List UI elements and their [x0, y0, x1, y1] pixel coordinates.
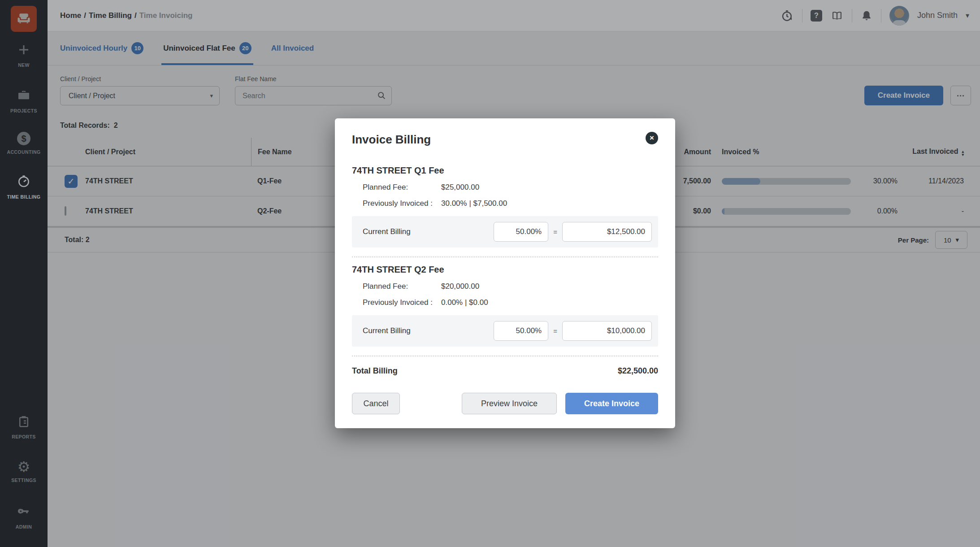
planned-fee-value: $25,000.00 — [441, 183, 479, 192]
planned-fee-row: Planned Fee: $25,000.00 — [363, 183, 658, 192]
current-billing-row: Current Billing = — [352, 315, 658, 347]
planned-fee-label: Planned Fee: — [363, 282, 441, 291]
planned-fee-value: $20,000.00 — [441, 282, 479, 291]
preview-invoice-button[interactable]: Preview Invoice — [462, 393, 557, 414]
planned-fee-row: Planned Fee: $20,000.00 — [363, 282, 658, 291]
fee-section-heading: 74TH STREET Q1 Fee — [352, 165, 658, 176]
current-billing-row: Current Billing = — [352, 216, 658, 247]
previously-invoiced-row: Previously Invoiced : 0.00% | $0.00 — [363, 298, 658, 307]
previously-invoiced-row: Previously Invoiced : 30.00% | $7,500.00 — [363, 199, 658, 208]
total-billing-value: $22,500.00 — [618, 366, 658, 376]
total-billing-label: Total Billing — [352, 366, 398, 376]
previously-invoiced-value: 30.00% | $7,500.00 — [441, 199, 507, 208]
invoice-billing-modal: Invoice Billing × 74TH STREET Q1 Fee Pla… — [335, 118, 675, 428]
divider — [352, 356, 658, 356]
current-billing-label: Current Billing — [363, 227, 494, 236]
current-billing-percent-input[interactable] — [494, 222, 548, 242]
modal-title: Invoice Billing — [352, 133, 658, 147]
previously-invoiced-label: Previously Invoiced : — [363, 199, 441, 208]
current-billing-amount-input[interactable] — [562, 321, 652, 341]
equals-sign: = — [553, 228, 557, 236]
fee-section-q2: 74TH STREET Q2 Fee Planned Fee: $20,000.… — [352, 265, 658, 347]
cancel-button[interactable]: Cancel — [352, 393, 400, 414]
fee-section-q1: 74TH STREET Q1 Fee Planned Fee: $25,000.… — [352, 165, 658, 247]
create-invoice-modal-button[interactable]: Create Invoice — [565, 393, 658, 414]
current-billing-percent-input[interactable] — [494, 321, 548, 341]
total-billing-row: Total Billing $22,500.00 — [352, 366, 658, 376]
fee-section-heading: 74TH STREET Q2 Fee — [352, 265, 658, 275]
current-billing-label: Current Billing — [363, 326, 494, 335]
modal-actions: Cancel Preview Invoice Create Invoice — [352, 393, 658, 414]
close-icon[interactable]: × — [646, 132, 658, 144]
planned-fee-label: Planned Fee: — [363, 183, 441, 192]
divider — [352, 256, 658, 257]
previously-invoiced-value: 0.00% | $0.00 — [441, 298, 488, 307]
current-billing-amount-input[interactable] — [562, 222, 652, 242]
equals-sign: = — [553, 327, 557, 335]
previously-invoiced-label: Previously Invoiced : — [363, 298, 441, 307]
